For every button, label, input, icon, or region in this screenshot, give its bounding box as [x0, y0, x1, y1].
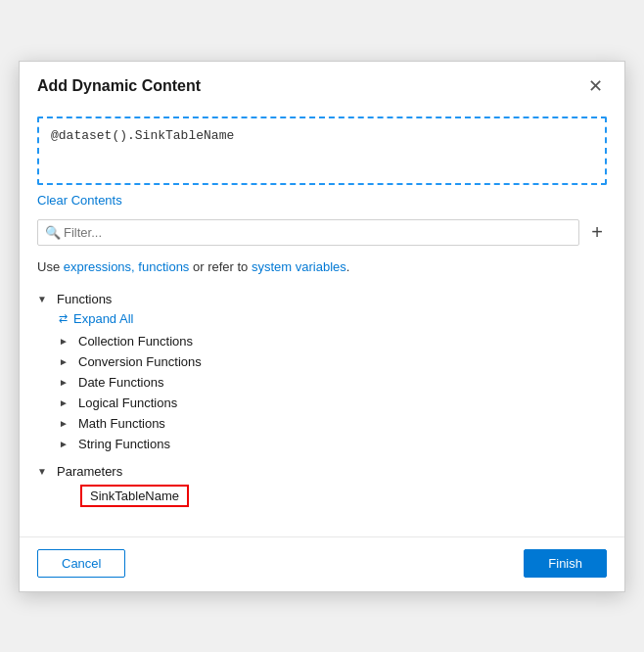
- collection-arrow: ►: [59, 336, 72, 347]
- filter-input[interactable]: [37, 219, 579, 246]
- parameters-label: Parameters: [57, 464, 122, 479]
- date-functions-item[interactable]: ► Date Functions: [59, 372, 607, 393]
- functions-children: ⇄ Expand All ► Collection Functions ► Co…: [59, 308, 607, 454]
- conversion-functions-label: Conversion Functions: [78, 354, 202, 369]
- string-functions-item[interactable]: ► String Functions: [59, 434, 607, 454]
- system-variables-link[interactable]: system variables: [252, 259, 346, 274]
- helper-text: Use expressions, functions or refer to s…: [37, 259, 607, 274]
- dialog-footer: Cancel Finish: [20, 536, 624, 591]
- dialog-title: Add Dynamic Content: [37, 77, 201, 95]
- expressions-functions-link[interactable]: expressions, functions: [64, 259, 190, 274]
- math-arrow: ►: [59, 418, 72, 429]
- parameters-arrow: ▼: [37, 466, 51, 477]
- functions-section: ▼ Functions ⇄ Expand All ► Collection Fu…: [37, 290, 607, 454]
- collection-functions-label: Collection Functions: [78, 334, 193, 349]
- string-functions-label: String Functions: [78, 437, 170, 451]
- date-functions-label: Date Functions: [78, 375, 163, 390]
- helper-prefix: Use: [37, 259, 64, 274]
- collection-functions-item[interactable]: ► Collection Functions: [59, 331, 607, 351]
- add-button[interactable]: +: [587, 220, 607, 244]
- math-functions-label: Math Functions: [78, 416, 165, 431]
- cancel-button[interactable]: Cancel: [37, 549, 125, 578]
- functions-header[interactable]: ▼ Functions: [37, 290, 607, 308]
- dialog-header: Add Dynamic Content ✕: [20, 62, 624, 107]
- search-icon: 🔍: [45, 225, 61, 240]
- expand-all-item[interactable]: ⇄ Expand All: [59, 308, 607, 329]
- date-arrow: ►: [59, 377, 72, 388]
- string-arrow: ►: [59, 439, 72, 449]
- logical-functions-label: Logical Functions: [78, 396, 177, 410]
- conversion-arrow: ►: [59, 356, 72, 367]
- expand-all-icon: ⇄: [59, 312, 68, 325]
- parameters-header[interactable]: ▼ Parameters: [37, 462, 607, 481]
- math-functions-item[interactable]: ► Math Functions: [59, 413, 607, 434]
- add-dynamic-content-dialog: Add Dynamic Content ✕ @dataset().SinkTab…: [19, 61, 625, 592]
- functions-arrow: ▼: [37, 294, 51, 304]
- close-button[interactable]: ✕: [584, 75, 607, 97]
- expression-box[interactable]: @dataset().SinkTableName: [37, 116, 607, 185]
- parameters-children: SinkTableName: [59, 481, 607, 507]
- parameters-section: ▼ Parameters SinkTableName: [37, 462, 607, 507]
- logical-arrow: ►: [59, 397, 72, 408]
- clear-contents-link[interactable]: Clear Contents: [37, 193, 122, 208]
- expand-all-label: Expand All: [73, 311, 133, 326]
- filter-row: 🔍 +: [37, 219, 607, 246]
- helper-middle: or refer to: [189, 259, 252, 274]
- helper-suffix: .: [346, 259, 350, 274]
- logical-functions-item[interactable]: ► Logical Functions: [59, 393, 607, 413]
- dialog-body: @dataset().SinkTableName Clear Contents …: [20, 107, 624, 529]
- finish-button[interactable]: Finish: [524, 549, 607, 578]
- conversion-functions-item[interactable]: ► Conversion Functions: [59, 351, 607, 372]
- functions-label: Functions: [57, 292, 112, 306]
- filter-input-wrap: 🔍: [37, 219, 579, 246]
- sink-table-name-param[interactable]: SinkTableName: [80, 485, 189, 507]
